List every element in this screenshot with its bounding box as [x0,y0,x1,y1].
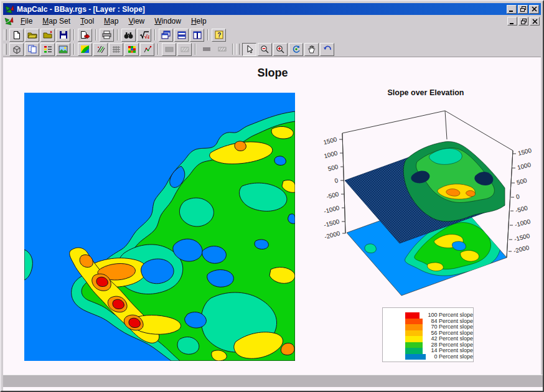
map-title: Slope [235,67,310,80]
open-map-set-button[interactable] [25,29,39,42]
zoom-in-button[interactable] [273,43,288,56]
minimize-icon [509,6,514,12]
print-button[interactable] [100,29,114,42]
undo-view-button[interactable] [320,43,334,56]
export-button[interactable] [78,29,92,42]
restore-icon [521,19,527,24]
app-window: MapCalc - BBay.rgs - [Layer : Slope] Fil… [0,0,544,392]
rotate-view-button[interactable] [289,43,303,56]
toolbar-separator [117,29,118,40]
menu-bar: File Map Set Tool Map View Window Help [3,15,541,27]
menu-map-set[interactable]: Map Set [37,16,75,27]
map-analysis-button[interactable]: √a [137,29,151,42]
pan-button[interactable] [304,43,319,56]
plot3d-canvas[interactable]: 1500 1000 500 0 -500 -1000 -1500 -2000 1… [312,101,544,306]
contour-map-button[interactable] [93,43,108,56]
restore-button[interactable] [518,5,528,14]
toolbar-separator [232,44,233,55]
svg-text:-1000: -1000 [323,204,340,215]
menu-tool[interactable]: Tool [75,16,99,27]
image-icon [59,45,68,54]
grid-icon [112,45,121,54]
fill-hatch-button[interactable] [177,43,192,56]
swatch-solid [199,43,213,56]
profile-map-button[interactable] [140,43,154,56]
legend-swatch [405,336,423,342]
tile-vertical-icon [193,31,202,39]
image-capture-button[interactable] [56,43,70,56]
swatch-hatch-icon [218,47,227,52]
close-button[interactable] [529,5,539,14]
mapcalc-app-icon [5,5,14,14]
legend-swatch [405,348,423,354]
cube-3d-icon [12,45,21,54]
slope-map-canvas[interactable] [24,93,295,361]
child-close-button[interactable] [530,17,540,26]
find-button[interactable] [121,29,136,42]
svg-text:0: 0 [334,177,339,184]
close-map-set-button[interactable] [40,29,55,42]
menu-map[interactable]: Map [99,16,123,27]
menu-file[interactable]: File [16,16,37,27]
legend-label: 0 Percent slope [434,354,473,360]
legend-swatch [405,330,423,337]
help-button[interactable]: ? [212,29,226,42]
cell-grid-map-button[interactable] [124,43,139,56]
contour-map-icon [96,45,105,54]
svg-text:-1500: -1500 [514,232,531,243]
minimize-icon [510,19,515,24]
view-3d-button[interactable] [9,43,24,56]
tile-horizontal-button[interactable] [174,29,189,42]
standard-toolbar: √a ? [3,28,541,42]
select-cursor-button[interactable] [242,43,256,56]
help-icon: ? [215,30,223,39]
child-restore-button[interactable] [518,17,528,26]
save-map-set-button[interactable] [56,29,70,42]
toolbar-separator [95,29,96,40]
legend-swatch [405,342,423,348]
cascade-windows-icon [161,30,171,39]
zoom-out-button[interactable] [258,43,272,56]
toolbar-separator [73,29,75,40]
tile-vertical-button[interactable] [190,29,204,42]
svg-text:√a: √a [144,34,149,39]
bottom-strip [3,387,543,392]
fill-solid-icon [165,46,174,53]
horizontal-scrollbar[interactable] [3,375,543,388]
cell-grid-icon [128,45,136,54]
map-analysis-icon: √a [139,30,149,39]
export-icon [80,30,90,39]
shaded-map-button[interactable] [78,43,92,56]
menu-window[interactable]: Window [149,16,186,27]
copy-map-button[interactable] [25,43,39,56]
menu-view[interactable]: View [123,16,149,27]
fill-solid-button[interactable] [162,43,176,56]
svg-text:-500: -500 [515,204,529,214]
svg-text:500: 500 [516,177,528,186]
toolbar-grip[interactable] [237,44,240,55]
legend-swatch [405,354,426,360]
title-bar: MapCalc - BBay.rgs - [Layer : Slope] [3,3,541,15]
child-minimize-button[interactable] [507,17,517,26]
close-icon [532,6,537,12]
new-document-button[interactable] [9,29,24,42]
menu-help[interactable]: Help [186,16,212,27]
undo-arrow-icon [323,45,332,53]
toolbar-grip[interactable] [4,44,7,55]
legend-label: 70 Percent slope [431,324,473,330]
svg-text:-2000: -2000 [513,244,530,254]
print-icon [102,30,111,39]
toolbar-grip[interactable] [4,29,7,40]
plot3d-title: Slope over Elevation [372,88,479,97]
grid-mesh-map-button[interactable] [109,43,123,56]
minimize-button[interactable] [507,5,517,14]
binoculars-icon [124,31,133,39]
copy-icon [28,45,37,54]
swatch-solid-icon [202,47,211,52]
cascade-windows-button[interactable] [159,29,173,42]
toolbar-separator [195,44,196,55]
rotate-icon [292,45,301,54]
window-title: MapCalc - BBay.rgs - [Layer : Slope] [17,5,507,14]
legend-display-button[interactable] [40,43,55,56]
open-folder-icon [27,30,37,39]
